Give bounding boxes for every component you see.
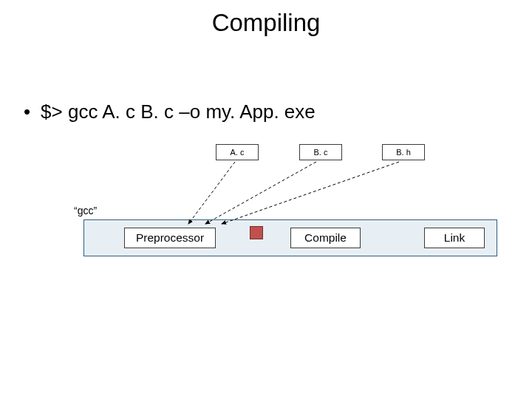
slide-title: Compiling: [0, 9, 532, 37]
gcc-label: “gcc”: [74, 205, 97, 216]
file-box-b-c: B. c: [299, 144, 342, 160]
bullet-text: $> gcc A. c B. c –o my. App. exe: [41, 100, 316, 123]
red-marker: [250, 226, 263, 239]
arrow-bc-to-preprocessor: [205, 162, 316, 224]
arrow-ac-to-preprocessor: [188, 162, 235, 224]
bullet-line: • $> gcc A. c B. c –o my. App. exe: [24, 100, 316, 123]
stage-link: Link: [424, 228, 485, 248]
arrows-layer: [0, 0, 532, 399]
stage-preprocessor: Preprocessor: [124, 228, 216, 248]
file-box-b-h: B. h: [382, 144, 425, 160]
stage-compile: Compile: [290, 228, 361, 248]
arrow-bh-to-preprocessor: [222, 162, 399, 224]
bullet-dot: •: [24, 102, 30, 121]
slide: Compiling • $> gcc A. c B. c –o my. App.…: [0, 0, 532, 399]
file-box-a-c: A. c: [216, 144, 259, 160]
